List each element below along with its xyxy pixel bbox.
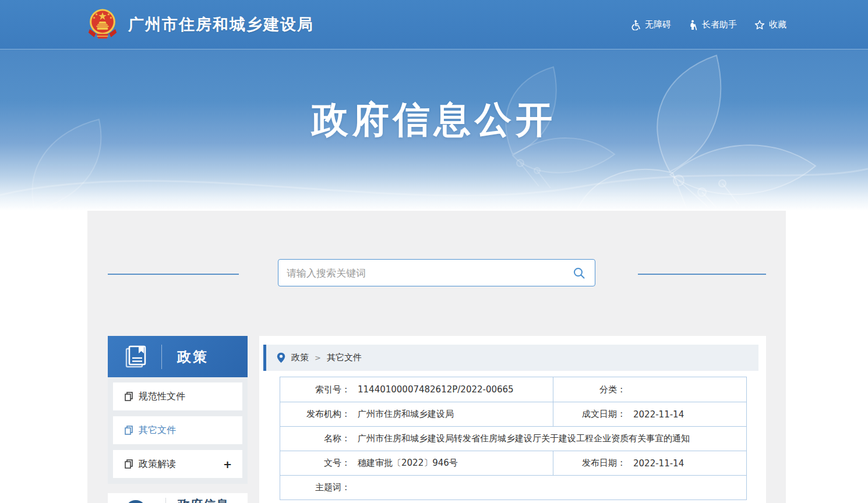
accessibility-icon xyxy=(631,20,641,30)
expand-plus-icon[interactable]: + xyxy=(223,458,232,470)
sidebar-policy-header[interactable]: 政策 xyxy=(108,336,248,377)
document-icon xyxy=(125,459,133,469)
sidebar-policy-title: 政策 xyxy=(177,348,209,366)
decorative-line-left xyxy=(108,274,239,275)
table-row: 名称：广州市住房和城乡建设局转发省住房城乡建设厅关于建设工程企业资质有关事宜的通… xyxy=(280,426,746,451)
sidebar-item-label: 其它文件 xyxy=(139,424,176,437)
decorative-line-right xyxy=(638,274,766,275)
page: 广州市住房和城乡建设局 无障碍长者助手收藏 政府信息公开 xyxy=(0,0,868,503)
sidebar-item-政策解读[interactable]: 政策解读+ xyxy=(113,450,242,478)
star-icon xyxy=(754,20,765,30)
table-row: 文号：穗建审批〔2022〕946号发布日期：2022-11-14 xyxy=(280,451,746,475)
field-label: 发布机构： xyxy=(280,409,350,420)
divider xyxy=(165,498,166,503)
search-box xyxy=(278,259,595,286)
field-label: 发布日期： xyxy=(553,458,626,469)
national-emblem-icon xyxy=(86,7,119,42)
header-link-收藏[interactable]: 收藏 xyxy=(754,19,786,30)
location-pin-icon xyxy=(277,352,285,363)
page-title: 政府信息公开 xyxy=(0,49,868,145)
content-area: 政策 规范性文件其它文件政策解读+ 政府信息公开 政策>其它文件 索引号：114… xyxy=(87,211,786,503)
field-label: 成文日期： xyxy=(553,409,626,420)
search-input[interactable] xyxy=(278,260,573,286)
table-cell: 发布机构：广州市住房和城乡建设局 xyxy=(280,402,553,426)
site-header: 广州市住房和城乡建设局 无障碍长者助手收藏 xyxy=(0,0,868,49)
sidebar-info-header[interactable]: 政府信息公开 xyxy=(108,493,248,503)
header-link-label: 长者助手 xyxy=(702,19,737,30)
breadcrumb-item-政策[interactable]: 政策 xyxy=(291,352,309,363)
table-row: 主题词： xyxy=(280,475,746,500)
banner: 政府信息公开 xyxy=(0,49,868,211)
document-icon xyxy=(125,392,133,401)
site-name: 广州市住房和城乡建设局 xyxy=(128,14,314,35)
field-label: 分类： xyxy=(553,384,626,395)
table-cell: 发布日期：2022-11-14 xyxy=(553,451,746,475)
divider xyxy=(161,345,162,369)
table-cell: 文号：穗建审批〔2022〕946号 xyxy=(280,451,553,475)
sidebar-item-label: 政策解读 xyxy=(139,458,176,470)
breadcrumb-item-其它文件[interactable]: 其它文件 xyxy=(327,352,362,363)
field-label: 索引号： xyxy=(280,384,350,395)
header-link-无障碍[interactable]: 无障碍 xyxy=(631,19,671,30)
table-cell: 分类： xyxy=(553,377,746,402)
policy-book-icon xyxy=(123,344,149,370)
elder-helper-icon xyxy=(689,20,698,30)
sidebar-info-title: 政府信息公开 xyxy=(178,497,231,503)
sidebar-item-规范性文件[interactable]: 规范性文件 xyxy=(113,382,242,410)
field-label: 主题词： xyxy=(280,482,350,493)
breadcrumb: 政策>其它文件 xyxy=(263,345,758,371)
field-value: 2022-11-14 xyxy=(633,458,684,469)
breadcrumb-separator: > xyxy=(315,353,321,362)
sidebar-item-label: 规范性文件 xyxy=(139,391,185,403)
field-label: 文号： xyxy=(280,458,350,469)
header-link-label: 收藏 xyxy=(769,19,786,30)
table-row: 发布机构：广州市住房和城乡建设局成文日期：2022-11-14 xyxy=(280,402,746,426)
table-row: 索引号：11440100007482612P/2022-00665分类： xyxy=(280,377,746,402)
field-value: 穗建审批〔2022〕946号 xyxy=(358,458,458,469)
main-panel: 政策>其它文件 索引号：11440100007482612P/2022-0066… xyxy=(259,336,766,503)
detail-table: 索引号：11440100007482612P/2022-00665分类：发布机构… xyxy=(280,377,747,500)
header-utility-links: 无障碍长者助手收藏 xyxy=(631,19,786,30)
table-cell: 成文日期：2022-11-14 xyxy=(553,402,746,426)
field-value: 2022-11-14 xyxy=(633,409,684,420)
field-value: 11440100007482612P/2022-00665 xyxy=(358,384,514,395)
document-icon xyxy=(125,426,133,435)
field-value: 广州市住房和城乡建设局 xyxy=(358,409,454,420)
sidebar-policy-items: 规范性文件其它文件政策解读+ xyxy=(108,377,248,484)
search-icon[interactable] xyxy=(573,267,585,279)
header-link-label: 无障碍 xyxy=(645,19,671,30)
table-cell: 主题词： xyxy=(280,476,746,500)
info-circle-icon xyxy=(125,500,146,503)
field-value: 广州市住房和城乡建设局转发省住房城乡建设厅关于建设工程企业资质有关事宜的通知 xyxy=(358,433,690,444)
header-link-长者助手[interactable]: 长者助手 xyxy=(689,19,737,30)
field-label: 名称： xyxy=(280,433,350,444)
sidebar-item-其它文件[interactable]: 其它文件 xyxy=(113,416,242,444)
site-logo-link[interactable]: 广州市住房和城乡建设局 xyxy=(86,7,314,42)
table-cell: 名称：广州市住房和城乡建设局转发省住房城乡建设厅关于建设工程企业资质有关事宜的通… xyxy=(280,427,746,451)
table-cell: 索引号：11440100007482612P/2022-00665 xyxy=(280,377,553,402)
